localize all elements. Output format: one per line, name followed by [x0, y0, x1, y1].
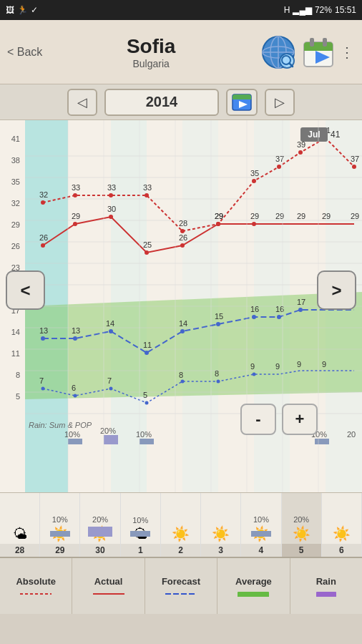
svg-text:Rain: Sum & POP: Rain: Sum & POP: [29, 421, 92, 429]
svg-point-97: [252, 315, 256, 319]
day-label: 1: [121, 544, 160, 557]
svg-point-91: [41, 336, 45, 341]
svg-text:37: 37: [351, 155, 359, 163]
city-name: Sofia: [42, 35, 260, 58]
svg-point-95: [180, 329, 185, 333]
tab-forecast[interactable]: Forecast: [145, 558, 217, 614]
year-prev-button[interactable]: ◁: [67, 89, 97, 116]
chart-prev-button[interactable]: <: [6, 270, 45, 310]
svg-text:32: 32: [11, 199, 20, 208]
year-next-button[interactable]: ▷: [265, 89, 295, 116]
tab-actual[interactable]: Actual: [72, 558, 145, 614]
svg-text:20: 20: [347, 430, 356, 439]
tab-absolute-label: Absolute: [16, 576, 56, 587]
run-icon: 🏃: [17, 5, 28, 15]
svg-text:26: 26: [179, 233, 187, 242]
svg-text:11: 11: [11, 349, 20, 358]
svg-text:26: 26: [11, 242, 20, 250]
weather-cell: 20% ☀️ 5: [282, 493, 322, 557]
zoom-plus-button[interactable]: +: [282, 404, 318, 435]
svg-point-79: [252, 222, 256, 226]
svg-text:5: 5: [16, 392, 20, 401]
year-display: 2014: [104, 89, 219, 116]
svg-text:29: 29: [297, 212, 305, 220]
svg-point-59: [298, 150, 303, 155]
tab-absolute[interactable]: Absolute: [0, 558, 72, 614]
svg-rect-151: [238, 592, 269, 597]
day-label: 5: [282, 544, 321, 557]
svg-text:8: 8: [179, 371, 183, 379]
svg-text:13: 13: [39, 326, 48, 335]
weather-cell: 20% ☀️ 30: [80, 493, 120, 557]
svg-point-113: [145, 401, 149, 405]
svg-text:29: 29: [351, 212, 359, 220]
day-label: 30: [80, 544, 119, 557]
day-label: 29: [40, 544, 79, 557]
svg-rect-152: [316, 592, 336, 597]
check-icon: ✓: [31, 5, 38, 15]
tab-rain[interactable]: Rain: [290, 558, 362, 614]
day-label: 28: [0, 544, 39, 557]
svg-text:26: 26: [39, 233, 48, 242]
svg-text:25: 25: [143, 240, 152, 249]
svg-rect-16: [233, 98, 251, 99]
svg-text:29: 29: [215, 212, 223, 220]
svg-text:29: 29: [72, 212, 80, 220]
svg-text:41: 41: [11, 135, 20, 143]
svg-point-51: [41, 200, 45, 205]
svg-rect-11: [310, 38, 314, 47]
svg-text:9: 9: [322, 360, 326, 369]
temperature-chart: 41 38 35 32 29 26 23 20 17 14 11 8 5 32 …: [0, 120, 362, 492]
svg-text:8: 8: [16, 371, 20, 379]
svg-point-77: [180, 243, 185, 248]
calendar-jump-button[interactable]: [226, 89, 258, 116]
chart-next-button[interactable]: >: [317, 270, 356, 310]
tab-actual-icon: [93, 590, 124, 597]
svg-text:14: 14: [106, 319, 114, 328]
svg-text:20%: 20%: [100, 426, 116, 435]
svg-text:33: 33: [143, 183, 152, 192]
weather-icon: ☀️: [293, 525, 310, 542]
weather-cell: 🌤 28: [0, 493, 40, 557]
svg-text:29: 29: [322, 212, 331, 220]
rain-percent: 10%: [132, 516, 148, 525]
calendar-arrow-icon: [232, 92, 252, 112]
tab-average[interactable]: Average: [217, 558, 290, 614]
tab-rain-icon: [310, 590, 342, 597]
more-options-button[interactable]: ⋮: [340, 44, 355, 61]
svg-point-93: [109, 329, 113, 333]
svg-rect-133: [140, 439, 154, 444]
svg-point-75: [109, 215, 113, 219]
tab-forecast-label: Forecast: [162, 576, 200, 587]
battery-pct: 72%: [315, 5, 332, 15]
tab-average-label: Average: [235, 576, 272, 587]
weather-icon: ☀️: [172, 525, 190, 542]
svg-text:7: 7: [107, 376, 112, 385]
svg-text:35: 35: [250, 169, 259, 177]
photo-icon: 🖼: [6, 5, 14, 15]
day-label: 4: [241, 544, 280, 557]
svg-point-110: [41, 387, 45, 391]
rain-percent: 10%: [52, 515, 68, 524]
zoom-minus-button[interactable]: -: [240, 404, 276, 435]
svg-point-74: [73, 222, 77, 226]
globe-icon[interactable]: [260, 34, 297, 71]
svg-text:10%: 10%: [136, 430, 152, 439]
svg-text:13: 13: [72, 326, 80, 335]
svg-rect-10: [304, 48, 333, 51]
svg-point-73: [41, 243, 45, 248]
svg-point-94: [145, 351, 149, 355]
svg-text:15: 15: [215, 312, 223, 321]
tab-rain-label: Rain: [316, 576, 336, 587]
svg-text:7: 7: [39, 376, 44, 385]
calendar-icon[interactable]: [303, 36, 334, 68]
svg-point-116: [253, 373, 256, 376]
tab-actual-label: Actual: [94, 576, 123, 587]
svg-text:9: 9: [275, 362, 280, 371]
svg-point-115: [217, 380, 220, 384]
signal-bars: ▂▄▆: [293, 5, 312, 15]
svg-point-78: [216, 222, 220, 226]
svg-point-92: [73, 336, 77, 341]
back-button[interactable]: < Back: [7, 46, 42, 59]
city-info: Sofia Bulgaria: [42, 35, 260, 69]
